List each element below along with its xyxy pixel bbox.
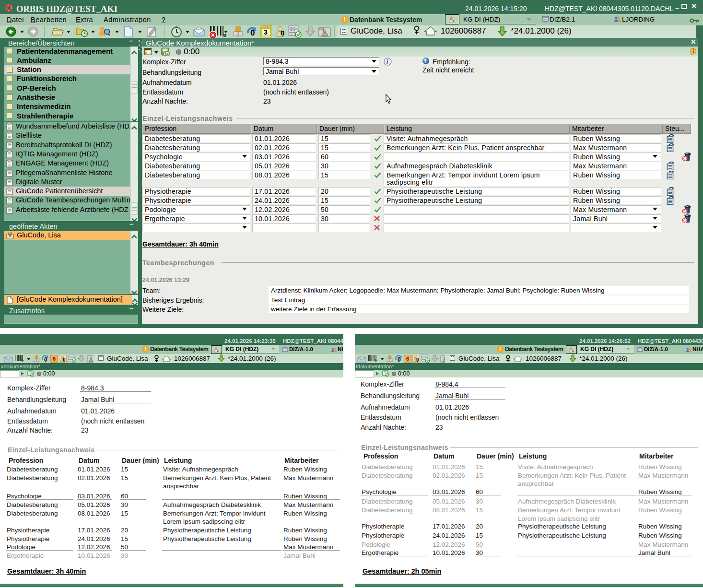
svg-text:3: 3 (264, 28, 268, 36)
svg-text:45: 45 (223, 33, 226, 38)
svg-text:0: 0 (398, 356, 401, 363)
svg-text:0: 0 (416, 357, 419, 362)
svg-text:0: 0 (281, 29, 284, 37)
svg-text:0: 0 (250, 28, 255, 37)
svg-text:0: 0 (63, 357, 66, 362)
svg-text:0: 0 (44, 356, 47, 363)
